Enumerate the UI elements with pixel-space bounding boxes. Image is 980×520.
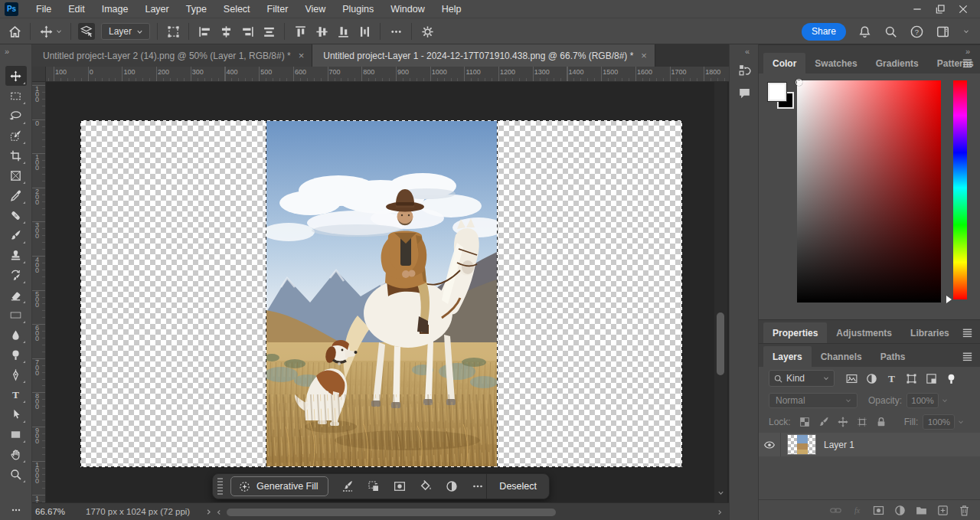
move-tool[interactable]	[5, 66, 27, 86]
tab-swatches[interactable]: Swatches	[805, 53, 866, 74]
foreground-background-swatches[interactable]	[768, 83, 799, 113]
opacity-field[interactable]: 100%	[906, 393, 939, 408]
home-icon[interactable]	[6, 23, 23, 40]
align-top-icon[interactable]	[292, 23, 309, 40]
lock-move-icon[interactable]	[837, 416, 849, 428]
blur-tool[interactable]	[5, 325, 27, 345]
blend-mode-dropdown[interactable]: Normal	[769, 393, 858, 408]
menu-layer[interactable]: Layer	[136, 0, 177, 18]
link-icon[interactable]	[829, 504, 842, 517]
workspace-switcher[interactable]	[962, 27, 971, 36]
layer-visibility-eye-icon[interactable]	[759, 433, 781, 456]
color-picker-indicator[interactable]	[795, 79, 802, 86]
status-options-chevron-icon[interactable]	[204, 507, 214, 517]
deselect-button[interactable]: Deselect	[486, 474, 549, 499]
document-tab[interactable]: Untitled project-Layer 1 - 2024-12-17T07…	[312, 44, 655, 67]
version-icon[interactable]	[735, 61, 753, 79]
horizontal-scrollbar[interactable]	[219, 505, 712, 519]
selbrush-icon[interactable]	[341, 479, 354, 493]
task-bar-drag-handle[interactable]	[217, 478, 223, 495]
layer-row[interactable]: Layer 1	[759, 433, 980, 456]
lock-checker-icon[interactable]	[799, 416, 811, 428]
dist-v-icon[interactable]	[356, 23, 373, 40]
align-bottom-icon[interactable]	[335, 23, 351, 40]
menu-type[interactable]: Type	[178, 0, 215, 18]
mask-icon[interactable]	[872, 504, 885, 517]
tab-libraries[interactable]: Libraries	[901, 322, 959, 343]
menu-select[interactable]: Select	[215, 0, 259, 18]
folder-icon[interactable]	[915, 504, 928, 517]
hand-tool[interactable]	[5, 444, 27, 464]
zoom-level-field[interactable]: 66.67%	[35, 507, 78, 516]
workspace-settings-gear-icon[interactable]	[419, 23, 436, 40]
scroll-right-icon[interactable]	[715, 508, 724, 517]
align-left-icon[interactable]	[196, 23, 213, 40]
tab-properties[interactable]: Properties	[763, 322, 827, 343]
move-tool-preset-icon[interactable]	[38, 23, 54, 40]
vertical-scrollbar-thumb[interactable]	[717, 312, 724, 375]
horizontal-scrollbar-thumb[interactable]	[227, 509, 556, 516]
marquee-tool[interactable]	[5, 86, 27, 106]
canvas[interactable]	[80, 120, 682, 467]
dist-h-icon[interactable]	[260, 23, 277, 40]
menu-file[interactable]: File	[28, 0, 60, 18]
layer-thumbnail[interactable]	[787, 434, 816, 455]
auto-select-icon[interactable]	[78, 23, 95, 40]
close-button[interactable]	[957, 3, 969, 15]
object-selection-tool[interactable]	[5, 126, 27, 146]
restore-button[interactable]	[934, 3, 946, 15]
saturation-brightness-field[interactable]	[797, 80, 941, 303]
tab-color[interactable]: Color	[763, 53, 805, 74]
rectangle-tool[interactable]	[5, 424, 27, 444]
tab-layers[interactable]: Layers	[763, 346, 812, 367]
clone-stamp-tool[interactable]	[5, 245, 27, 265]
lasso-tool[interactable]	[5, 106, 27, 126]
history-brush-tool[interactable]	[5, 265, 27, 285]
document-tab[interactable]: Untitled project-Layer 2 (14).png @ 50% …	[32, 44, 312, 67]
chevron-down-icon[interactable]	[956, 417, 965, 427]
mask-icon[interactable]	[393, 479, 407, 493]
pin-filter-icon[interactable]	[945, 372, 958, 385]
chevron-down-icon[interactable]	[54, 27, 64, 36]
lock-artb-icon[interactable]	[856, 416, 868, 428]
fx-icon[interactable]	[851, 504, 864, 517]
foreground-color-swatch[interactable]	[768, 83, 786, 101]
align-right-icon[interactable]	[239, 23, 256, 40]
eyedropper-tool[interactable]	[5, 185, 27, 205]
type-filter-icon[interactable]	[885, 372, 898, 385]
comment-icon[interactable]	[735, 83, 753, 102]
trash-icon[interactable]	[958, 504, 971, 517]
smartf-filter-icon[interactable]	[925, 372, 938, 385]
shapef-filter-icon[interactable]	[905, 372, 918, 385]
dots-icon[interactable]	[471, 479, 485, 493]
gradient-tool[interactable]	[5, 305, 27, 325]
bucket-icon[interactable]	[419, 479, 433, 493]
show-transform-controls-icon[interactable]	[165, 23, 181, 40]
tab-gradients[interactable]: Gradients	[867, 53, 928, 74]
zoom-tool[interactable]	[5, 464, 27, 484]
adj-icon[interactable]	[445, 479, 459, 493]
dodge-tool[interactable]	[5, 345, 27, 365]
chevron-down-icon[interactable]	[940, 396, 949, 405]
menu-view[interactable]: View	[296, 0, 334, 18]
more-options-icon[interactable]	[387, 23, 404, 40]
menu-window[interactable]: Window	[382, 0, 433, 18]
auto-select-target-dropdown[interactable]: Layer	[101, 23, 150, 40]
tab-close-icon[interactable]: ×	[299, 51, 305, 61]
frame-tool[interactable]	[5, 165, 27, 185]
panel-menu-icon[interactable]	[961, 57, 974, 70]
adj-filter-icon[interactable]	[865, 372, 878, 385]
crop-tool[interactable]	[5, 146, 27, 165]
edit-toolbar-icon[interactable]	[0, 504, 32, 516]
vertical-scrollbar[interactable]	[714, 82, 727, 502]
panel-menu-icon[interactable]	[961, 350, 974, 363]
tab-adjustments[interactable]: Adjustments	[827, 322, 901, 343]
toolbar-collapse-icon[interactable]: »	[0, 44, 31, 56]
panel-strip-collapse-icon[interactable]: «	[730, 44, 758, 56]
invert-icon[interactable]	[367, 479, 381, 493]
path-selection-tool[interactable]	[5, 404, 27, 424]
fill-field[interactable]: 100%	[923, 414, 955, 430]
menu-plugins[interactable]: Plugins	[334, 0, 382, 18]
healing-brush-tool[interactable]	[5, 205, 27, 225]
tab-close-icon[interactable]: ×	[641, 51, 647, 61]
